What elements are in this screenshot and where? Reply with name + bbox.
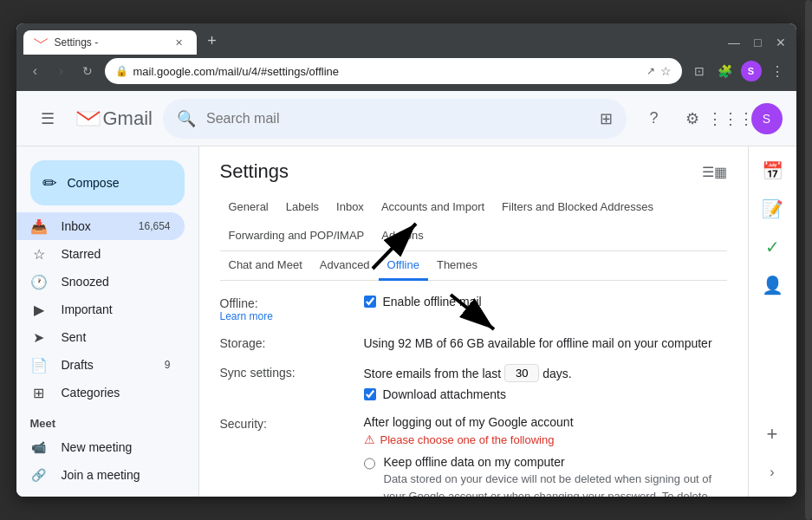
bookmark-icon[interactable]: ☆ [660, 64, 672, 78]
sync-text-after: days. [542, 367, 571, 380]
sidebar-item-snoozed[interactable]: 🕐 Snoozed [16, 268, 185, 296]
inbox-label: Inbox [62, 219, 125, 233]
sidebar-item-inbox[interactable]: 📥 Inbox 16,654 [16, 212, 185, 240]
tab-inbox[interactable]: Inbox [328, 193, 373, 223]
new-meeting-label: New meeting [62, 440, 133, 454]
search-bar[interactable]: 🔍 ⊞ [163, 99, 627, 139]
main-content: Settings ☰▦ General Labels Inbox Account… [198, 146, 748, 497]
right-panel: 📅 📝 ✓ 👤 + › [748, 146, 796, 497]
inbox-count: 16,654 [139, 220, 171, 232]
sync-days-input[interactable] [504, 364, 539, 382]
settings-button[interactable]: ⚙ [675, 101, 710, 136]
add-app-button[interactable]: + [755, 417, 789, 452]
new-meeting-icon: 📹 [30, 440, 48, 454]
important-label: Important [62, 302, 171, 316]
keep-data-label: Keep offline data on my computer [384, 455, 727, 469]
tab-filters[interactable]: Filters and Blocked Addresses [493, 193, 662, 223]
keep-data-option[interactable]: Keep offline data on my computer Data st… [364, 455, 727, 497]
inbox-icon: 📥 [30, 218, 48, 235]
address-bar[interactable]: 🔒 mail.google.com/mail/u/4/#settings/off… [105, 58, 682, 84]
sent-label: Sent [62, 330, 171, 344]
meet-section-header: Meet [16, 406, 198, 433]
enable-offline-label: Enable offline mail [383, 295, 482, 309]
offline-label: Offline: [220, 295, 350, 310]
sidebar-item-new-meeting[interactable]: 📹 New meeting [16, 433, 185, 461]
tab-close-button[interactable]: ✕ [172, 36, 186, 49]
compose-label: Compose [68, 176, 120, 190]
search-input[interactable] [206, 111, 589, 127]
warning-triangle-icon: ⚠ [364, 432, 375, 446]
search-icon: 🔍 [177, 109, 196, 128]
tab-chat[interactable]: Chat and Meet [220, 251, 311, 281]
storage-value: Using 92 MB of 66 GB available for offli… [364, 336, 727, 350]
add-hangout-button[interactable]: + [175, 496, 185, 497]
user-avatar[interactable]: S [751, 103, 783, 134]
settings-title: Settings [220, 160, 289, 183]
tab-favicon [34, 36, 48, 49]
drafts-count: 9 [165, 359, 171, 371]
storage-label: Storage: [220, 336, 350, 350]
sent-icon: ➤ [30, 329, 48, 346]
expand-panel-button[interactable]: › [755, 455, 789, 490]
settings-tabs-row2: Chat and Meet Advanced Offline Themes [220, 251, 727, 281]
window-maximize[interactable]: □ [754, 36, 761, 49]
sidebar-item-important[interactable]: ▶ Important [16, 296, 185, 323]
hamburger-menu[interactable]: ☰ [30, 101, 65, 136]
settings-view-toggle[interactable]: ☰▦ [702, 164, 727, 180]
chrome-menu-button[interactable]: ⋮ [765, 59, 789, 83]
sidebar-item-join-meeting[interactable]: 🔗 Join a meeting [16, 461, 185, 489]
compose-icon: ✏ [42, 172, 57, 193]
sidebar-item-starred[interactable]: ☆ Starred [16, 240, 185, 268]
tab-accounts[interactable]: Accounts and Import [373, 193, 493, 223]
active-tab[interactable]: Settings - ✕ [23, 30, 197, 55]
reload-button[interactable]: ↻ [75, 59, 100, 83]
google-apps-button[interactable]: ⋮⋮⋮ [713, 101, 748, 136]
learn-more-link[interactable]: Learn more [220, 310, 350, 322]
contacts-app-icon[interactable]: 👤 [755, 268, 789, 302]
keep-data-radio[interactable] [364, 458, 375, 470]
drafts-label: Drafts [62, 358, 151, 372]
drafts-icon: 📄 [30, 357, 48, 374]
enable-offline-checkbox-label[interactable]: Enable offline mail [364, 295, 727, 309]
tasks-app-icon[interactable]: ✓ [755, 230, 789, 264]
sidebar-item-categories[interactable]: ⊞ Categories [16, 379, 185, 406]
settings-tabs: General Labels Inbox Accounts and Import… [220, 193, 727, 251]
new-tab-button[interactable]: + [200, 29, 224, 53]
compose-button[interactable]: ✏ Compose [30, 160, 185, 205]
download-attachments-label[interactable]: Download attachments [364, 387, 727, 401]
external-link-icon: ↗ [646, 65, 655, 77]
forward-button[interactable]: › [49, 59, 74, 83]
starred-label: Starred [62, 247, 171, 261]
gmail-logo: Gmail [75, 107, 153, 130]
secure-icon: 🔒 [115, 65, 128, 77]
tab-labels[interactable]: Labels [277, 193, 328, 223]
security-heading: After logging out of my Google account [364, 415, 727, 429]
calendar-app-icon[interactable]: 📅 [755, 153, 789, 188]
enable-offline-checkbox[interactable] [364, 296, 376, 308]
download-attachments-checkbox[interactable] [364, 388, 376, 400]
tab-general[interactable]: General [220, 193, 277, 223]
tab-forwarding[interactable]: Forwarding and POP/IMAP [220, 222, 374, 251]
window-minimize[interactable]: — [728, 36, 740, 49]
tab-offline[interactable]: Offline [379, 251, 428, 281]
starred-icon: ☆ [30, 246, 48, 263]
sidebar-item-sent[interactable]: ➤ Sent [16, 323, 185, 351]
tab-themes[interactable]: Themes [428, 251, 486, 281]
search-filter-icon[interactable]: ⊞ [600, 109, 613, 128]
cast-icon[interactable]: ⊡ [687, 59, 711, 83]
profile-icon[interactable]: S [739, 59, 763, 83]
window-close[interactable]: ✕ [776, 36, 786, 49]
back-button[interactable]: ‹ [23, 59, 48, 83]
keep-app-icon[interactable]: 📝 [755, 192, 789, 226]
tab-addons[interactable]: Add-ons [373, 222, 432, 251]
help-button[interactable]: ? [637, 101, 672, 136]
sync-label: Sync settings: [220, 364, 350, 380]
join-meeting-icon: 🔗 [30, 468, 48, 482]
important-icon: ▶ [30, 302, 48, 318]
tab-advanced[interactable]: Advanced [311, 251, 379, 281]
categories-icon: ⊞ [30, 385, 48, 401]
extensions-icon[interactable]: 🧩 [713, 59, 737, 83]
security-warning-text: Please choose one of the following [380, 433, 555, 446]
sidebar-item-drafts[interactable]: 📄 Drafts 9 [16, 351, 185, 379]
gmail-label: Gmail [103, 107, 153, 130]
